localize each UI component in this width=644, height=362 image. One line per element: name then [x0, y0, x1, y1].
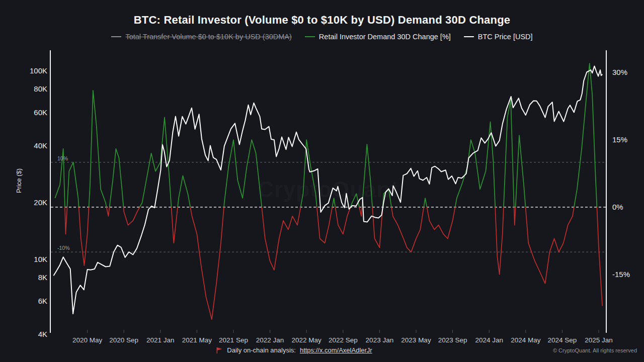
guide-label-10: 10%: [57, 155, 68, 161]
legend: Total Transfer Volume $0 to $10K by USD …: [0, 33, 644, 41]
series-lines: [53, 63, 602, 319]
x-axis-ticks: [88, 330, 599, 333]
green-line-swatch-icon: [305, 36, 315, 37]
date-tick-2025 Jan: 2025 Jan: [576, 336, 621, 344]
chart-canvas[interactable]: [50, 50, 607, 333]
legend-label: Total Transfer Volume $0 to $10K by USD …: [125, 33, 291, 41]
legend-item-btc-price[interactable]: BTC Price [USD]: [464, 33, 533, 41]
legend-label: Retail Investor Demand 30D Change [%]: [319, 33, 451, 41]
guide-label--10: -10%: [57, 245, 70, 251]
gray-line-swatch-icon: [111, 36, 121, 37]
footer-text: Daily on-chain analysis:: [227, 346, 296, 354]
legend-label: BTC Price [USD]: [478, 33, 533, 41]
legend-item-retail-demand[interactable]: Retail Investor Demand 30D Change [%]: [305, 33, 451, 41]
price-tick-6K: 6K: [14, 297, 47, 305]
analysis-link[interactable]: https://x.com/AxelAdlerJr: [300, 346, 372, 354]
copyright-text: © CryptoQuant. All rights reserved: [553, 347, 637, 353]
price-tick-60K: 60K: [14, 108, 47, 117]
price-tick-80K: 80K: [14, 84, 47, 93]
price-tick-4K: 4K: [14, 330, 47, 338]
price-tick-40K: 40K: [14, 141, 47, 150]
chart-plot-area[interactable]: [50, 50, 607, 333]
percent-tick-0%: 0%: [612, 203, 642, 211]
percent-tick-30%: 30%: [612, 68, 642, 76]
page-title: BTC: Retail Investor (Volume $0 to $10K …: [0, 14, 644, 27]
price-tick-100K: 100K: [14, 66, 47, 75]
footer-analysis-note: Daily on-chain analysis: https://x.com/A…: [215, 346, 372, 354]
price-tick-8K: 8K: [14, 273, 47, 282]
legend-item-total-transfer-volume[interactable]: Total Transfer Volume $0 to $10K by USD …: [111, 33, 291, 41]
price-tick-20K: 20K: [14, 198, 47, 207]
percent-tick-15%: 15%: [612, 135, 642, 144]
price-tick-10K: 10K: [14, 255, 47, 263]
percent-tick--15%: -15%: [612, 270, 642, 279]
red-flag-icon: [215, 346, 223, 354]
white-line-swatch-icon: [464, 36, 474, 37]
btc-price-line: [53, 66, 602, 314]
